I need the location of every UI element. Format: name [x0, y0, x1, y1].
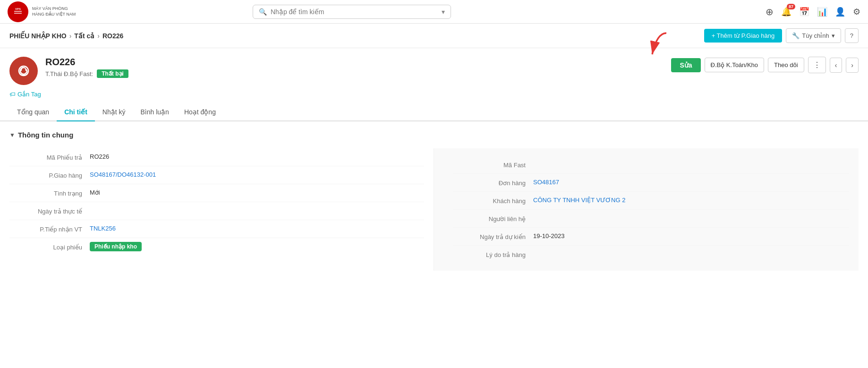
label-tinh-trang: Tình trạng	[9, 189, 90, 197]
meta-label: T.Thái Đ.Bộ Fast:	[45, 70, 93, 77]
tag-icon: 🏷	[9, 91, 16, 98]
field-khach-hang: Khách hàng CÔNG TY TNHH VIỆT VƯƠNG 2	[453, 192, 849, 210]
help-button[interactable]: ?	[845, 28, 859, 43]
breadcrumb-actions: + Thêm từ P.Giao hàng 🔧 Tùy chỉnh ▾ ?	[704, 28, 859, 43]
chart-icon[interactable]: 📊	[817, 7, 827, 17]
field-ma-phieu-tra: Mã Phiếu trả RO226	[9, 148, 424, 166]
customize-button[interactable]: 🔧 Tùy chỉnh ▾	[786, 28, 841, 43]
label-khach-hang: Khách hàng	[453, 197, 533, 205]
notifications-icon[interactable]: 🔔 87	[781, 7, 791, 17]
tab-bar: Tổng quan Chi tiết Nhật ký Bình luận Hoạ…	[0, 103, 868, 121]
breadcrumb-sep1: ›	[69, 32, 72, 40]
breadcrumb-sep2: ›	[97, 32, 100, 40]
chevron-down-icon: ▾	[832, 32, 835, 39]
value-ngay-tra-du-kien: 19-10-2023	[533, 232, 565, 240]
follow-button[interactable]: Theo dõi	[768, 58, 804, 72]
label-pgiao-hang: P.Giao hàng	[9, 171, 90, 179]
breadcrumb-all[interactable]: Tất cả	[74, 32, 94, 40]
main-content: ▼ Thông tin chung Mã Phiếu trả RO226 P.G…	[0, 121, 868, 280]
field-ma-fast: Mã Fast	[453, 156, 849, 174]
record-left: RO226 T.Thái Đ.Bộ Fast: Thất bại	[9, 57, 128, 85]
label-ma-fast: Mã Fast	[453, 161, 533, 169]
section-collapse-icon[interactable]: ▼	[9, 132, 15, 138]
accounting-sync-button[interactable]: Đ.Bộ K.Toán/Kho	[705, 58, 765, 72]
section-title: ▼ Thông tin chung	[9, 131, 859, 139]
logo-icon: VPS	[8, 1, 28, 22]
value-don-hang: SO48167	[533, 179, 559, 186]
value-ma-phieu-tra: RO226	[90, 153, 109, 160]
value-loai-phieu: Phiếu nhập kho	[90, 243, 142, 250]
label-ly-do-tra-hang: Lý do trả hàng	[453, 250, 533, 258]
field-pgiao-hang: P.Giao hàng SO48167/DO46132-001	[9, 166, 424, 184]
value-khach-hang: CÔNG TY TNHH VIỆT VƯƠNG 2	[533, 197, 625, 204]
field-loai-phieu: Loại phiếu Phiếu nhập kho	[9, 238, 424, 256]
value-pgiao-hang: SO48167/DO46132-001	[90, 171, 156, 178]
field-tinh-trang: Tình trạng Mới	[9, 184, 424, 202]
add-icon[interactable]: ⊕	[766, 6, 774, 17]
label-don-hang: Đơn hàng	[453, 179, 533, 187]
tab-chi-tiet[interactable]: Chi tiết	[57, 103, 95, 121]
breadcrumb-bar: PHIẾU NHẬP KHO › Tất cả › RO226 + Thêm t…	[0, 24, 868, 48]
value-ptiep-nhan: TNLK256	[90, 225, 116, 232]
form-grid: Mã Phiếu trả RO226 P.Giao hàng SO48167/D…	[9, 148, 859, 271]
breadcrumb: PHIẾU NHẬP KHO › Tất cả › RO226	[9, 32, 123, 40]
field-ly-do-tra-hang: Lý do trả hàng	[453, 246, 849, 263]
field-don-hang: Đơn hàng SO48167	[453, 174, 849, 192]
label-nguoi-lien-he: Người liên hệ	[453, 214, 533, 223]
svg-text:VPS: VPS	[15, 8, 21, 10]
top-navigation: VPS MÁY VĂN PHÒNG HÀNG ĐẦU VIỆT NAM 🔍 ▾ …	[0, 0, 868, 24]
tag-area: 🏷 Gắn Tag	[0, 89, 868, 103]
nav-icons: ⊕ 🔔 87 📅 📊 👤 ⚙	[766, 6, 860, 17]
label-ma-phieu-tra: Mã Phiếu trả	[9, 153, 90, 161]
loai-phieu-badge: Phiếu nhập kho	[90, 242, 142, 251]
wrench-icon: 🔧	[792, 32, 800, 39]
record-info: RO226 T.Thái Đ.Bộ Fast: Thất bại	[45, 57, 128, 78]
breadcrumb-root[interactable]: PHIẾU NHẬP KHO	[9, 32, 67, 40]
add-tag-link[interactable]: 🏷 Gắn Tag	[9, 91, 859, 98]
don-hang-link[interactable]: SO48167	[533, 179, 559, 186]
record-actions: Sửa Đ.Bộ K.Toán/Kho Theo dõi ⋮ ‹ ›	[671, 57, 859, 73]
tab-nhat-ky[interactable]: Nhật ký	[95, 103, 133, 121]
next-record-button[interactable]: ›	[846, 58, 859, 73]
settings-icon[interactable]: ⚙	[853, 7, 860, 17]
khach-hang-link[interactable]: CÔNG TY TNHH VIỆT VƯƠNG 2	[533, 197, 625, 204]
user-icon[interactable]: 👤	[835, 7, 845, 17]
more-options-button[interactable]: ⋮	[808, 57, 826, 73]
value-tinh-trang: Mới	[90, 189, 100, 196]
tab-binh-luan[interactable]: Bình luận	[133, 103, 177, 121]
record-header: RO226 T.Thái Đ.Bộ Fast: Thất bại Sửa Đ.B…	[0, 48, 868, 89]
field-ngay-tra-thuc-te: Ngày trả thực tế	[9, 202, 424, 220]
pgiao-hang-link[interactable]: SO48167/DO46132-001	[90, 171, 156, 178]
field-nguoi-lien-he: Người liên hệ	[453, 210, 849, 228]
search-input[interactable]	[271, 8, 438, 16]
logo-text: MÁY VĂN PHÒNG HÀNG ĐẦU VIỆT NAM	[32, 6, 79, 17]
search-bar[interactable]: 🔍 ▾	[253, 5, 451, 19]
notification-badge: 87	[787, 4, 795, 9]
tab-hoat-dong[interactable]: Hoạt động	[177, 103, 223, 121]
breadcrumb-current: RO226	[102, 32, 123, 40]
logo-area: VPS MÁY VĂN PHÒNG HÀNG ĐẦU VIỆT NAM	[8, 1, 93, 22]
calendar-icon[interactable]: 📅	[799, 7, 809, 17]
label-ptiep-nhan: P.Tiếp nhận VT	[9, 225, 90, 233]
svg-rect-2	[14, 11, 22, 12]
avatar	[9, 57, 38, 85]
tab-tong-quan[interactable]: Tổng quan	[9, 103, 57, 121]
form-left: Mã Phiếu trả RO226 P.Giao hàng SO48167/D…	[9, 148, 434, 271]
svg-rect-3	[14, 13, 22, 14]
record-meta: T.Thái Đ.Bộ Fast: Thất bại	[45, 69, 128, 78]
field-ngay-tra-du-kien: Ngày trả dự kiến 19-10-2023	[453, 228, 849, 246]
search-icon: 🔍	[259, 8, 267, 16]
field-ptiep-nhan: P.Tiếp nhận VT TNLK256	[9, 220, 424, 238]
label-ngay-tra-du-kien: Ngày trả dự kiến	[453, 232, 533, 240]
record-title: RO226	[45, 57, 128, 68]
ptiep-nhan-link[interactable]: TNLK256	[90, 225, 116, 232]
label-loai-phieu: Loại phiếu	[9, 243, 90, 251]
form-right: Mã Fast Đơn hàng SO48167 Khách hàng CÔNG…	[434, 148, 859, 271]
label-ngay-tra-thuc-te: Ngày trả thực tế	[9, 207, 90, 215]
help-icon: ?	[850, 32, 853, 39]
status-badge: Thất bại	[97, 69, 128, 78]
edit-button[interactable]: Sửa	[671, 58, 700, 72]
add-from-delivery-button[interactable]: + Thêm từ P.Giao hàng	[704, 29, 783, 43]
prev-record-button[interactable]: ‹	[830, 58, 842, 73]
search-dropdown-icon[interactable]: ▾	[442, 8, 445, 16]
